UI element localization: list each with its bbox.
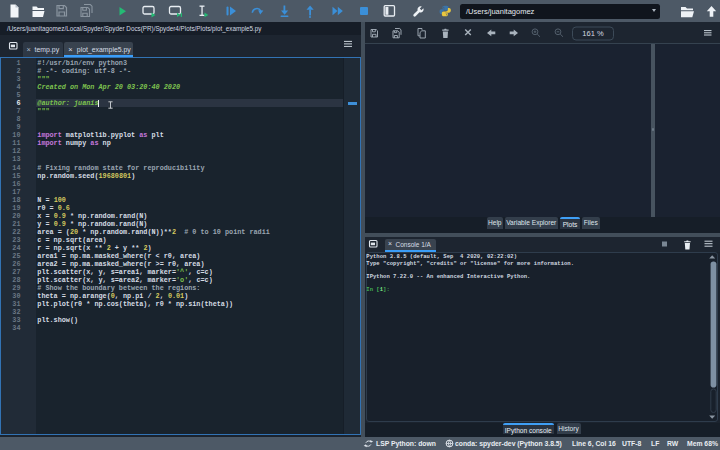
svg-text:161 %: 161 % xyxy=(582,29,604,38)
